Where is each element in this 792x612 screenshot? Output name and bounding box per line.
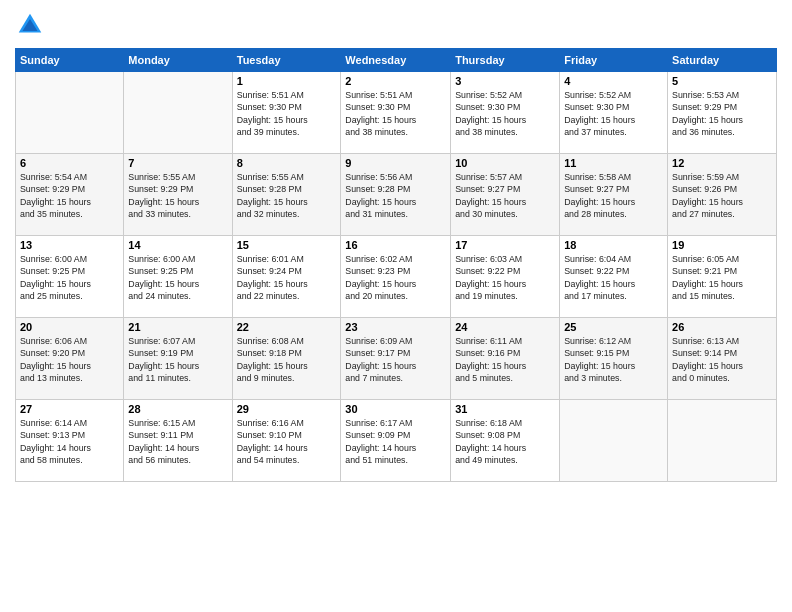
calendar-cell: [124, 72, 232, 154]
day-number: 9: [345, 157, 446, 169]
day-number: 16: [345, 239, 446, 251]
day-number: 6: [20, 157, 119, 169]
calendar-cell: 3Sunrise: 5:52 AMSunset: 9:30 PMDaylight…: [451, 72, 560, 154]
calendar-cell: 15Sunrise: 6:01 AMSunset: 9:24 PMDayligh…: [232, 236, 341, 318]
calendar-cell: 21Sunrise: 6:07 AMSunset: 9:19 PMDayligh…: [124, 318, 232, 400]
day-info: Sunrise: 5:51 AMSunset: 9:30 PMDaylight:…: [237, 89, 337, 138]
calendar-cell: 8Sunrise: 5:55 AMSunset: 9:28 PMDaylight…: [232, 154, 341, 236]
day-number: 5: [672, 75, 772, 87]
day-info: Sunrise: 6:01 AMSunset: 9:24 PMDaylight:…: [237, 253, 337, 302]
day-info: Sunrise: 6:12 AMSunset: 9:15 PMDaylight:…: [564, 335, 663, 384]
calendar-cell: 20Sunrise: 6:06 AMSunset: 9:20 PMDayligh…: [16, 318, 124, 400]
calendar-header-row: SundayMondayTuesdayWednesdayThursdayFrid…: [16, 49, 777, 72]
calendar-table: SundayMondayTuesdayWednesdayThursdayFrid…: [15, 48, 777, 482]
day-number: 27: [20, 403, 119, 415]
day-header-saturday: Saturday: [668, 49, 777, 72]
page-container: SundayMondayTuesdayWednesdayThursdayFrid…: [0, 0, 792, 612]
calendar-week-row: 27Sunrise: 6:14 AMSunset: 9:13 PMDayligh…: [16, 400, 777, 482]
day-info: Sunrise: 5:57 AMSunset: 9:27 PMDaylight:…: [455, 171, 555, 220]
day-info: Sunrise: 6:18 AMSunset: 9:08 PMDaylight:…: [455, 417, 555, 466]
day-info: Sunrise: 5:58 AMSunset: 9:27 PMDaylight:…: [564, 171, 663, 220]
day-number: 29: [237, 403, 337, 415]
logo: [15, 10, 49, 40]
day-info: Sunrise: 6:17 AMSunset: 9:09 PMDaylight:…: [345, 417, 446, 466]
day-number: 4: [564, 75, 663, 87]
day-number: 15: [237, 239, 337, 251]
calendar-cell: 9Sunrise: 5:56 AMSunset: 9:28 PMDaylight…: [341, 154, 451, 236]
day-info: Sunrise: 6:08 AMSunset: 9:18 PMDaylight:…: [237, 335, 337, 384]
calendar-cell: 1Sunrise: 5:51 AMSunset: 9:30 PMDaylight…: [232, 72, 341, 154]
calendar-cell: 23Sunrise: 6:09 AMSunset: 9:17 PMDayligh…: [341, 318, 451, 400]
day-number: 2: [345, 75, 446, 87]
day-info: Sunrise: 6:16 AMSunset: 9:10 PMDaylight:…: [237, 417, 337, 466]
day-info: Sunrise: 6:13 AMSunset: 9:14 PMDaylight:…: [672, 335, 772, 384]
day-header-friday: Friday: [560, 49, 668, 72]
calendar-cell: 12Sunrise: 5:59 AMSunset: 9:26 PMDayligh…: [668, 154, 777, 236]
calendar-cell: 19Sunrise: 6:05 AMSunset: 9:21 PMDayligh…: [668, 236, 777, 318]
day-number: 25: [564, 321, 663, 333]
calendar-cell: 27Sunrise: 6:14 AMSunset: 9:13 PMDayligh…: [16, 400, 124, 482]
day-number: 8: [237, 157, 337, 169]
day-info: Sunrise: 6:00 AMSunset: 9:25 PMDaylight:…: [20, 253, 119, 302]
calendar-cell: 25Sunrise: 6:12 AMSunset: 9:15 PMDayligh…: [560, 318, 668, 400]
day-header-tuesday: Tuesday: [232, 49, 341, 72]
day-number: 21: [128, 321, 227, 333]
calendar-cell: 26Sunrise: 6:13 AMSunset: 9:14 PMDayligh…: [668, 318, 777, 400]
day-info: Sunrise: 6:06 AMSunset: 9:20 PMDaylight:…: [20, 335, 119, 384]
calendar-cell: 29Sunrise: 6:16 AMSunset: 9:10 PMDayligh…: [232, 400, 341, 482]
day-number: 18: [564, 239, 663, 251]
day-header-thursday: Thursday: [451, 49, 560, 72]
day-info: Sunrise: 6:00 AMSunset: 9:25 PMDaylight:…: [128, 253, 227, 302]
day-info: Sunrise: 5:52 AMSunset: 9:30 PMDaylight:…: [564, 89, 663, 138]
day-info: Sunrise: 6:04 AMSunset: 9:22 PMDaylight:…: [564, 253, 663, 302]
calendar-cell: 18Sunrise: 6:04 AMSunset: 9:22 PMDayligh…: [560, 236, 668, 318]
calendar-cell: [560, 400, 668, 482]
day-number: 26: [672, 321, 772, 333]
logo-icon: [15, 10, 45, 40]
day-info: Sunrise: 5:55 AMSunset: 9:29 PMDaylight:…: [128, 171, 227, 220]
calendar-cell: 24Sunrise: 6:11 AMSunset: 9:16 PMDayligh…: [451, 318, 560, 400]
day-info: Sunrise: 5:51 AMSunset: 9:30 PMDaylight:…: [345, 89, 446, 138]
day-number: 7: [128, 157, 227, 169]
day-number: 22: [237, 321, 337, 333]
header: [15, 10, 777, 40]
day-number: 13: [20, 239, 119, 251]
day-number: 11: [564, 157, 663, 169]
calendar-cell: 17Sunrise: 6:03 AMSunset: 9:22 PMDayligh…: [451, 236, 560, 318]
calendar-cell: 6Sunrise: 5:54 AMSunset: 9:29 PMDaylight…: [16, 154, 124, 236]
day-info: Sunrise: 6:07 AMSunset: 9:19 PMDaylight:…: [128, 335, 227, 384]
calendar-cell: 13Sunrise: 6:00 AMSunset: 9:25 PMDayligh…: [16, 236, 124, 318]
day-number: 19: [672, 239, 772, 251]
calendar-week-row: 13Sunrise: 6:00 AMSunset: 9:25 PMDayligh…: [16, 236, 777, 318]
day-header-sunday: Sunday: [16, 49, 124, 72]
calendar-cell: 14Sunrise: 6:00 AMSunset: 9:25 PMDayligh…: [124, 236, 232, 318]
calendar-week-row: 6Sunrise: 5:54 AMSunset: 9:29 PMDaylight…: [16, 154, 777, 236]
calendar-cell: [16, 72, 124, 154]
day-info: Sunrise: 6:14 AMSunset: 9:13 PMDaylight:…: [20, 417, 119, 466]
day-number: 24: [455, 321, 555, 333]
day-info: Sunrise: 6:05 AMSunset: 9:21 PMDaylight:…: [672, 253, 772, 302]
day-number: 10: [455, 157, 555, 169]
calendar-cell: 30Sunrise: 6:17 AMSunset: 9:09 PMDayligh…: [341, 400, 451, 482]
day-number: 31: [455, 403, 555, 415]
calendar-cell: 2Sunrise: 5:51 AMSunset: 9:30 PMDaylight…: [341, 72, 451, 154]
day-number: 1: [237, 75, 337, 87]
calendar-cell: 10Sunrise: 5:57 AMSunset: 9:27 PMDayligh…: [451, 154, 560, 236]
day-number: 17: [455, 239, 555, 251]
day-info: Sunrise: 5:53 AMSunset: 9:29 PMDaylight:…: [672, 89, 772, 138]
day-info: Sunrise: 5:55 AMSunset: 9:28 PMDaylight:…: [237, 171, 337, 220]
calendar-cell: 31Sunrise: 6:18 AMSunset: 9:08 PMDayligh…: [451, 400, 560, 482]
day-header-monday: Monday: [124, 49, 232, 72]
day-info: Sunrise: 6:15 AMSunset: 9:11 PMDaylight:…: [128, 417, 227, 466]
day-info: Sunrise: 5:52 AMSunset: 9:30 PMDaylight:…: [455, 89, 555, 138]
day-info: Sunrise: 6:02 AMSunset: 9:23 PMDaylight:…: [345, 253, 446, 302]
day-number: 30: [345, 403, 446, 415]
calendar-cell: 11Sunrise: 5:58 AMSunset: 9:27 PMDayligh…: [560, 154, 668, 236]
day-number: 23: [345, 321, 446, 333]
day-info: Sunrise: 5:56 AMSunset: 9:28 PMDaylight:…: [345, 171, 446, 220]
calendar-cell: 22Sunrise: 6:08 AMSunset: 9:18 PMDayligh…: [232, 318, 341, 400]
calendar-cell: 16Sunrise: 6:02 AMSunset: 9:23 PMDayligh…: [341, 236, 451, 318]
day-number: 28: [128, 403, 227, 415]
day-number: 14: [128, 239, 227, 251]
day-info: Sunrise: 6:03 AMSunset: 9:22 PMDaylight:…: [455, 253, 555, 302]
